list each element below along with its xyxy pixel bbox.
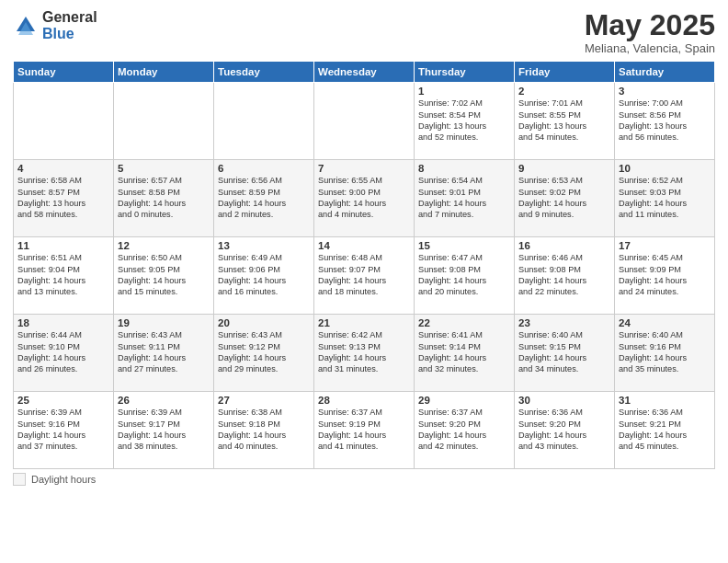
day-info: Sunrise: 6:37 AM Sunset: 9:19 PM Dayligh…	[318, 407, 410, 453]
day-number: 4	[17, 163, 109, 174]
day-number: 30	[518, 395, 610, 406]
day-info: Sunrise: 6:43 AM Sunset: 9:11 PM Dayligh…	[118, 329, 210, 375]
page: General Blue May 2025 Meliana, Valencia,…	[0, 0, 728, 563]
col-wednesday: Wednesday	[314, 62, 415, 83]
calendar-cell: 13Sunrise: 6:49 AM Sunset: 9:06 PM Dayli…	[214, 237, 314, 315]
calendar-cell: 27Sunrise: 6:38 AM Sunset: 9:18 PM Dayli…	[214, 392, 314, 469]
day-number: 16	[518, 240, 610, 251]
day-info: Sunrise: 6:47 AM Sunset: 9:08 PM Dayligh…	[418, 252, 510, 298]
col-saturday: Saturday	[615, 62, 715, 83]
day-info: Sunrise: 6:57 AM Sunset: 8:58 PM Dayligh…	[118, 175, 210, 221]
header-row: Sunday Monday Tuesday Wednesday Thursday…	[14, 62, 715, 83]
day-number: 10	[619, 163, 711, 174]
week-row-4: 18Sunrise: 6:44 AM Sunset: 9:10 PM Dayli…	[14, 315, 715, 392]
day-number: 31	[619, 395, 711, 406]
day-number: 23	[518, 317, 610, 328]
calendar-cell: 26Sunrise: 6:39 AM Sunset: 9:17 PM Dayli…	[114, 392, 214, 469]
day-number: 25	[17, 395, 109, 406]
week-row-5: 25Sunrise: 6:39 AM Sunset: 9:16 PM Dayli…	[14, 392, 715, 469]
calendar-cell	[14, 83, 114, 160]
day-info: Sunrise: 6:37 AM Sunset: 9:20 PM Dayligh…	[418, 407, 510, 453]
week-row-1: 1Sunrise: 7:02 AM Sunset: 8:54 PM Daylig…	[14, 83, 715, 160]
calendar-cell: 4Sunrise: 6:58 AM Sunset: 8:57 PM Daylig…	[14, 160, 114, 237]
legend-label: Daylight hours	[31, 474, 96, 485]
calendar: Sunday Monday Tuesday Wednesday Thursday…	[13, 61, 715, 469]
subtitle: Meliana, Valencia, Spain	[585, 41, 715, 55]
day-number: 2	[518, 86, 610, 97]
col-monday: Monday	[114, 62, 214, 83]
day-number: 9	[518, 163, 610, 174]
month-title: May 2025	[585, 9, 715, 41]
calendar-cell: 7Sunrise: 6:55 AM Sunset: 9:00 PM Daylig…	[314, 160, 415, 237]
day-info: Sunrise: 6:52 AM Sunset: 9:03 PM Dayligh…	[619, 175, 711, 221]
week-row-3: 11Sunrise: 6:51 AM Sunset: 9:04 PM Dayli…	[14, 237, 715, 315]
day-number: 29	[418, 395, 510, 406]
day-number: 12	[118, 240, 210, 251]
day-info: Sunrise: 6:44 AM Sunset: 9:10 PM Dayligh…	[17, 329, 109, 375]
week-row-2: 4Sunrise: 6:58 AM Sunset: 8:57 PM Daylig…	[14, 160, 715, 237]
day-info: Sunrise: 6:45 AM Sunset: 9:09 PM Dayligh…	[619, 252, 711, 298]
calendar-cell: 28Sunrise: 6:37 AM Sunset: 9:19 PM Dayli…	[314, 392, 415, 469]
day-number: 5	[118, 163, 210, 174]
day-info: Sunrise: 6:41 AM Sunset: 9:14 PM Dayligh…	[418, 329, 510, 375]
day-info: Sunrise: 7:01 AM Sunset: 8:55 PM Dayligh…	[518, 98, 610, 144]
day-number: 11	[17, 240, 109, 251]
calendar-cell: 14Sunrise: 6:48 AM Sunset: 9:07 PM Dayli…	[314, 237, 415, 315]
calendar-cell: 1Sunrise: 7:02 AM Sunset: 8:54 PM Daylig…	[415, 83, 515, 160]
col-thursday: Thursday	[415, 62, 515, 83]
day-info: Sunrise: 6:43 AM Sunset: 9:12 PM Dayligh…	[218, 329, 310, 375]
day-number: 26	[118, 395, 210, 406]
day-info: Sunrise: 6:36 AM Sunset: 9:20 PM Dayligh…	[518, 407, 610, 453]
calendar-cell: 23Sunrise: 6:40 AM Sunset: 9:15 PM Dayli…	[515, 315, 615, 392]
calendar-cell: 22Sunrise: 6:41 AM Sunset: 9:14 PM Dayli…	[415, 315, 515, 392]
calendar-cell: 8Sunrise: 6:54 AM Sunset: 9:01 PM Daylig…	[415, 160, 515, 237]
day-info: Sunrise: 6:40 AM Sunset: 9:15 PM Dayligh…	[518, 329, 610, 375]
day-info: Sunrise: 7:02 AM Sunset: 8:54 PM Dayligh…	[418, 98, 510, 144]
day-number: 13	[218, 240, 310, 251]
day-number: 7	[318, 163, 410, 174]
day-info: Sunrise: 6:40 AM Sunset: 9:16 PM Dayligh…	[619, 329, 711, 375]
day-number: 22	[418, 317, 510, 328]
day-info: Sunrise: 7:00 AM Sunset: 8:56 PM Dayligh…	[619, 98, 711, 144]
day-info: Sunrise: 6:53 AM Sunset: 9:02 PM Dayligh…	[518, 175, 610, 221]
day-info: Sunrise: 6:39 AM Sunset: 9:16 PM Dayligh…	[17, 407, 109, 453]
calendar-cell: 10Sunrise: 6:52 AM Sunset: 9:03 PM Dayli…	[615, 160, 715, 237]
day-number: 8	[418, 163, 510, 174]
day-info: Sunrise: 6:49 AM Sunset: 9:06 PM Dayligh…	[218, 252, 310, 298]
day-number: 6	[218, 163, 310, 174]
calendar-cell: 5Sunrise: 6:57 AM Sunset: 8:58 PM Daylig…	[114, 160, 214, 237]
calendar-cell: 25Sunrise: 6:39 AM Sunset: 9:16 PM Dayli…	[14, 392, 114, 469]
day-info: Sunrise: 6:56 AM Sunset: 8:59 PM Dayligh…	[218, 175, 310, 221]
day-number: 14	[318, 240, 410, 251]
day-info: Sunrise: 6:38 AM Sunset: 9:18 PM Dayligh…	[218, 407, 310, 453]
calendar-cell: 31Sunrise: 6:36 AM Sunset: 9:21 PM Dayli…	[615, 392, 715, 469]
day-number: 17	[619, 240, 711, 251]
day-info: Sunrise: 6:58 AM Sunset: 8:57 PM Dayligh…	[17, 175, 109, 221]
day-info: Sunrise: 6:50 AM Sunset: 9:05 PM Dayligh…	[118, 252, 210, 298]
col-tuesday: Tuesday	[214, 62, 314, 83]
calendar-cell: 24Sunrise: 6:40 AM Sunset: 9:16 PM Dayli…	[615, 315, 715, 392]
day-number: 19	[118, 317, 210, 328]
calendar-cell: 11Sunrise: 6:51 AM Sunset: 9:04 PM Dayli…	[14, 237, 114, 315]
logo-icon	[13, 13, 39, 39]
day-info: Sunrise: 6:51 AM Sunset: 9:04 PM Dayligh…	[17, 252, 109, 298]
day-info: Sunrise: 6:36 AM Sunset: 9:21 PM Dayligh…	[619, 407, 711, 453]
day-info: Sunrise: 6:55 AM Sunset: 9:00 PM Dayligh…	[318, 175, 410, 221]
calendar-cell	[314, 83, 415, 160]
legend-box	[13, 473, 26, 486]
title-block: May 2025 Meliana, Valencia, Spain	[585, 9, 715, 55]
logo-text: General Blue	[42, 9, 97, 41]
day-number: 1	[418, 86, 510, 97]
day-info: Sunrise: 6:46 AM Sunset: 9:08 PM Dayligh…	[518, 252, 610, 298]
calendar-cell: 2Sunrise: 7:01 AM Sunset: 8:55 PM Daylig…	[515, 83, 615, 160]
calendar-cell: 12Sunrise: 6:50 AM Sunset: 9:05 PM Dayli…	[114, 237, 214, 315]
header: General Blue May 2025 Meliana, Valencia,…	[13, 9, 715, 55]
calendar-cell: 15Sunrise: 6:47 AM Sunset: 9:08 PM Dayli…	[415, 237, 515, 315]
calendar-cell: 20Sunrise: 6:43 AM Sunset: 9:12 PM Dayli…	[214, 315, 314, 392]
day-number: 3	[619, 86, 711, 97]
day-number: 28	[318, 395, 410, 406]
day-info: Sunrise: 6:48 AM Sunset: 9:07 PM Dayligh…	[318, 252, 410, 298]
calendar-cell: 21Sunrise: 6:42 AM Sunset: 9:13 PM Dayli…	[314, 315, 415, 392]
day-info: Sunrise: 6:42 AM Sunset: 9:13 PM Dayligh…	[318, 329, 410, 375]
calendar-cell: 29Sunrise: 6:37 AM Sunset: 9:20 PM Dayli…	[415, 392, 515, 469]
